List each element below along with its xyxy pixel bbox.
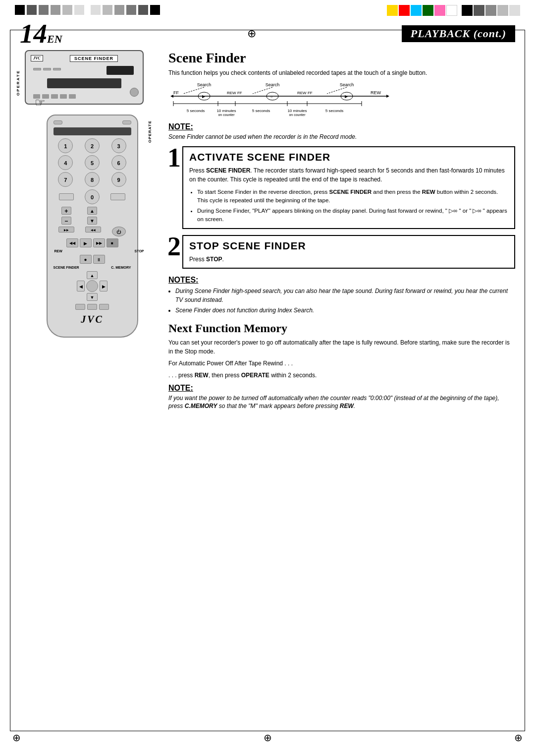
svg-text:FF: FF (173, 90, 179, 95)
notes-section: NOTES: During Scene Finder high-speed se… (168, 276, 515, 315)
remote-numpad: 1 2 3 4 5 6 7 8 9 (54, 138, 131, 187)
stop-title: STOP SCENE FINDER (189, 240, 508, 252)
remote-operate-label: OPERATE (148, 120, 152, 143)
remote-play-btn[interactable]: ▶ (80, 238, 92, 247)
step-1-number: 1 (167, 144, 181, 171)
remote-control: OPERATE 1 2 3 4 5 6 7 8 (47, 115, 138, 338)
remote-stop-btn[interactable]: ■ (107, 238, 118, 247)
remote-btn-1[interactable]: 1 (58, 138, 73, 153)
activate-title: ACTIVATE SCENE FINDER (189, 151, 508, 163)
remote-nav-down[interactable]: ▼ (87, 293, 98, 301)
finger-pointer-icon: ☞ (35, 96, 46, 110)
remote-btn-7[interactable]: 7 (58, 172, 73, 187)
remote-nav-center[interactable] (86, 280, 98, 292)
search-diagram: Search Search Search FF REW FF (168, 81, 515, 117)
remote-display (54, 127, 131, 135)
svg-text:REW: REW (371, 90, 381, 95)
remote-rew-label: REW (54, 249, 62, 253)
remote-extra-btn2[interactable] (87, 304, 97, 310)
remote-top-btn-right[interactable] (122, 120, 131, 124)
remote-btn-6[interactable]: 6 (111, 155, 126, 170)
registration-mark-bottom-right: ⊕ (514, 732, 523, 744)
nfm-note-text: If you want the power to be turned off a… (168, 394, 515, 411)
svg-text:Search: Search (340, 82, 354, 87)
remote-plus-btn[interactable]: + (61, 207, 71, 215)
notes-list: During Scene Finder high-speed search, y… (168, 287, 515, 315)
remote-btn-2[interactable]: 2 (85, 138, 100, 153)
remote-jvc-logo: JVC (54, 314, 131, 325)
header-title: PLAYBACK (cont.) (402, 25, 515, 42)
nfm-title: Next Function Memory (168, 322, 515, 335)
svg-text:☼: ☼ (270, 95, 273, 98)
remote-misc-btn2[interactable]: ◀◀ (85, 227, 101, 233)
notes-item-1: During Scene Finder high-speed search, y… (175, 287, 515, 304)
step-2-number: 2 (167, 233, 181, 260)
note-record-mode: NOTE: Scene Finder cannot be used when t… (168, 122, 515, 141)
remote-extra-btn1[interactable] (75, 304, 85, 310)
note-title: NOTE: (168, 122, 515, 131)
activate-box: ACTIVATE SCENE FINDER Press SCENE FINDER… (182, 146, 515, 229)
operate-side-label: OPERATE (16, 70, 20, 96)
nfm-note-title: NOTE: (168, 384, 515, 393)
svg-text:5 seconds: 5 seconds (252, 109, 270, 113)
remote-btn-0[interactable]: 0 (85, 189, 100, 204)
registration-mark-bottom-center: ⊕ (264, 732, 272, 744)
remote-up-btn[interactable]: ▲ (87, 207, 97, 215)
svg-text:on counter: on counter (218, 113, 235, 116)
nfm-instruction2: . . . press REW, then press OPERATE with… (168, 371, 515, 380)
svg-text:Search: Search (197, 82, 212, 87)
svg-text:5 seconds: 5 seconds (325, 109, 343, 113)
svg-text:5 seconds: 5 seconds (187, 109, 205, 113)
remote-top-btn-left[interactable] (54, 120, 62, 124)
remote-minus-btn[interactable]: − (61, 217, 71, 225)
remote-pause-btn[interactable]: ⏸ (93, 255, 105, 264)
section-title-scene-finder: Scene Finder (168, 50, 515, 66)
stop-text: Press STOP. (189, 255, 508, 264)
activate-text: Press SCENE FINDER. The recorder starts … (189, 166, 508, 184)
registration-mark-top-center: ⊕ (247, 27, 256, 40)
remote-misc-btn1[interactable]: ▶▶ (58, 227, 74, 233)
remote-btn-8[interactable]: 8 (85, 172, 100, 187)
svg-marker-8 (386, 95, 389, 98)
remote-nav-up[interactable]: ▲ (87, 271, 98, 279)
remote-btn-9[interactable]: 9 (111, 172, 126, 187)
nfm-note: NOTE: If you want the power to be turned… (168, 384, 515, 411)
c-memory-label: C. MEMORY (111, 266, 131, 269)
remote-down-btn[interactable]: ▼ (87, 217, 97, 225)
svg-text:on counter: on counter (289, 113, 306, 116)
remote-ff-btn[interactable]: ▶▶ (93, 238, 105, 247)
svg-text:REW FF: REW FF (297, 91, 313, 95)
remote-btn-3[interactable]: 3 (111, 138, 126, 153)
scene-finder-intro: This function helps you check contents o… (168, 69, 515, 77)
svg-text:▶: ▶ (345, 94, 348, 99)
svg-text:Search: Search (266, 82, 280, 87)
remote-nav-left[interactable]: ◀ (77, 281, 85, 291)
remote-rec-btn[interactable]: ● (80, 255, 92, 264)
svg-text:10 minutes: 10 minutes (216, 109, 236, 113)
vcr-unit: JVC SCENE FINDER (25, 50, 144, 105)
activate-bullets: To start Scene Finder in the reverse dir… (189, 188, 508, 224)
svg-text:▶: ▶ (202, 94, 206, 99)
vcr-scene-finder-label: SCENE FINDER (70, 55, 118, 62)
registration-mark-bottom-left: ⊕ (12, 732, 21, 744)
note-text: Scene Finder cannot be used when the rec… (168, 133, 515, 141)
nfm-instruction1: For Automatic Power Off After Tape Rewin… (168, 359, 515, 368)
remote-rew-btn[interactable]: ◀◀ (66, 238, 78, 247)
scene-finder-label: SCENE FINDER (54, 266, 79, 269)
stop-box: STOP SCENE FINDER Press STOP. (182, 235, 515, 269)
remote-power-btn[interactable]: ⏻ (112, 227, 126, 236)
svg-text:REW FF: REW FF (227, 91, 242, 95)
remote-btn-4[interactable]: 4 (58, 155, 73, 170)
notes-item-2: Scene Finder does not function during In… (175, 306, 515, 315)
page-number: 14EN (20, 20, 62, 47)
remote-stop-side-label: STOP (135, 249, 144, 253)
remote-nav-right[interactable]: ▶ (100, 281, 107, 291)
remote-extra-btn3[interactable] (99, 304, 109, 310)
notes-title: NOTES: (168, 276, 515, 285)
svg-text:10 minutes: 10 minutes (287, 109, 307, 113)
remote-btn-5[interactable]: 5 (85, 155, 100, 170)
vcr-brand-label: JVC (31, 55, 43, 61)
nfm-intro: You can set your recorder's power to go … (168, 338, 515, 356)
